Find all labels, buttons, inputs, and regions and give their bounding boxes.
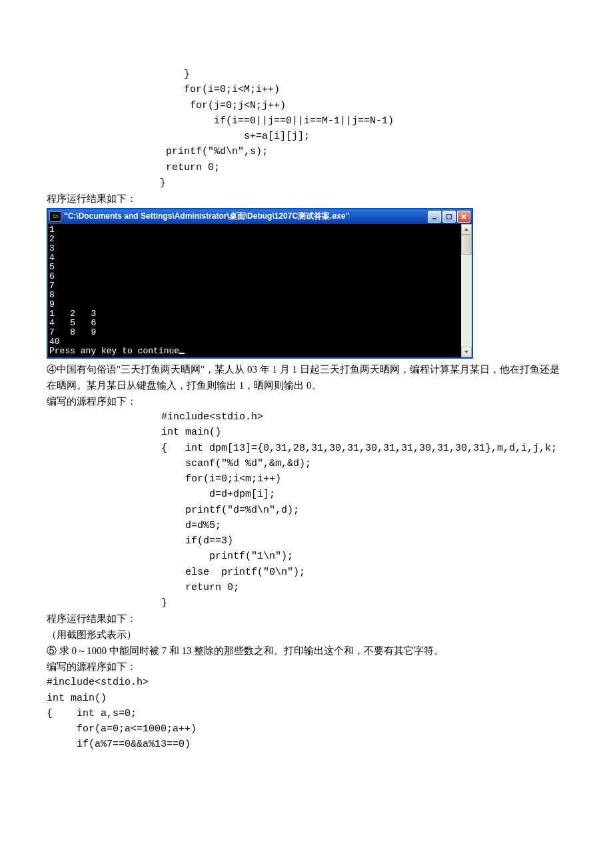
scrollbar-thumb[interactable] <box>461 235 472 255</box>
close-icon <box>461 214 466 219</box>
chevron-down-icon <box>464 350 469 354</box>
code-block-4: #include<stdio.h> int main() { int dpm[1… <box>47 409 566 611</box>
problem-4-text: ④中国有句俗语"三天打鱼两天晒网"，某人从 03 年 1 月 1 日起三天打鱼两… <box>47 361 566 393</box>
minimize-button[interactable] <box>428 211 441 223</box>
close-button[interactable] <box>457 211 470 223</box>
scroll-up-button[interactable] <box>461 224 472 235</box>
scrollbar-track[interactable] <box>461 235 472 347</box>
console-title: "C:\Documents and Settings\Administrator… <box>64 210 428 223</box>
code-block-5: #include<stdio.h> int main() { int a,s=0… <box>47 675 566 752</box>
window-controls <box>428 211 470 223</box>
minimize-icon <box>432 214 437 219</box>
console-window: C:\ "C:\Documents and Settings\Administr… <box>47 208 473 359</box>
console-cmd-icon: C:\ <box>49 211 61 222</box>
console-titlebar: C:\ "C:\Documents and Settings\Administr… <box>48 209 472 224</box>
document-page: } for(i=0;i<M;i++) for(j=0;j<N;j++) if(i… <box>0 0 613 793</box>
result-label-4: 程序运行结果如下： <box>47 611 566 627</box>
console-body: 1 2 3 4 5 6 7 8 9 1 2 3 4 5 6 7 8 9 40 P… <box>48 224 472 357</box>
console-scrollbar[interactable] <box>461 224 472 357</box>
maximize-button[interactable] <box>442 211 456 223</box>
console-output: 1 2 3 4 5 6 7 8 9 1 2 3 4 5 6 7 8 9 40 P… <box>48 224 461 357</box>
chevron-up-icon <box>464 227 469 231</box>
problem-5-text: ⑤ 求 0～1000 中能同时被 7 和 13 整除的那些数之和。打印输出这个和… <box>47 643 566 659</box>
result-label-1: 程序运行结果如下： <box>47 191 566 207</box>
source-label-4: 编写的源程序如下： <box>47 393 566 409</box>
source-label-5: 编写的源程序如下： <box>47 659 566 675</box>
svg-rect-0 <box>432 218 436 219</box>
svg-rect-1 <box>447 215 452 219</box>
scroll-down-button[interactable] <box>461 347 472 357</box>
result-note-4: （用截图形式表示） <box>47 627 566 643</box>
console-cursor <box>179 353 185 354</box>
maximize-icon <box>446 214 452 219</box>
code-block-top: } for(i=0;i<M;i++) for(j=0;j<N;j++) if(i… <box>47 67 566 191</box>
